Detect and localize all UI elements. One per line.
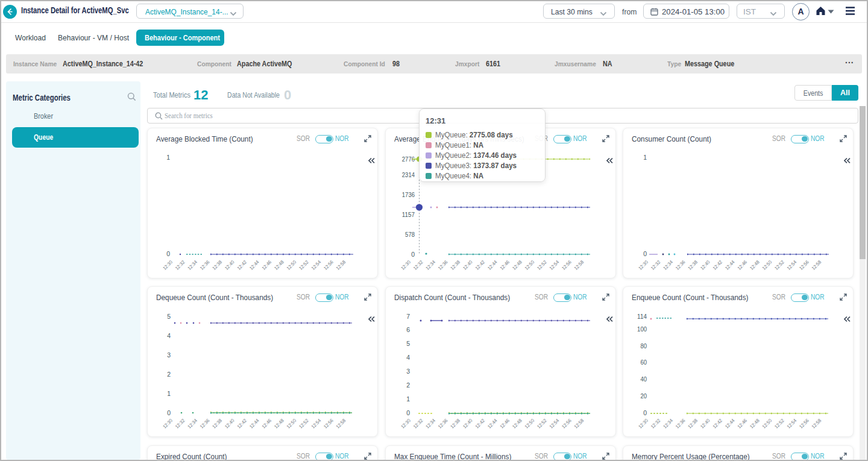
svg-text:12:56: 12:56 xyxy=(322,418,335,430)
svg-text:1736: 1736 xyxy=(402,191,415,198)
svg-text:12:34: 12:34 xyxy=(187,418,199,430)
svg-text:12:54: 12:54 xyxy=(549,418,561,430)
svg-text:12:50: 12:50 xyxy=(286,418,298,430)
svg-text:12:58: 12:58 xyxy=(811,259,823,271)
svg-text:12:30: 12:30 xyxy=(400,259,412,271)
svg-text:114: 114 xyxy=(637,313,647,320)
svg-text:12:34: 12:34 xyxy=(425,418,437,430)
svg-text:12:58: 12:58 xyxy=(811,418,823,430)
svg-text:12:40: 12:40 xyxy=(224,418,236,430)
svg-text:12:46: 12:46 xyxy=(261,259,273,271)
svg-text:12:38: 12:38 xyxy=(687,259,699,271)
svg-text:12:42: 12:42 xyxy=(712,259,724,271)
svg-text:12:30: 12:30 xyxy=(638,418,650,430)
svg-text:12:42: 12:42 xyxy=(236,259,248,271)
svg-text:5: 5 xyxy=(406,340,410,347)
svg-text:12:48: 12:48 xyxy=(749,418,761,430)
svg-text:12:44: 12:44 xyxy=(248,418,260,430)
svg-text:0: 0 xyxy=(643,250,647,257)
svg-text:12:44: 12:44 xyxy=(486,259,498,271)
svg-text:12:58: 12:58 xyxy=(573,259,585,271)
svg-text:12:50: 12:50 xyxy=(761,418,773,430)
svg-text:12:52: 12:52 xyxy=(536,259,548,271)
svg-text:12:42: 12:42 xyxy=(712,418,724,430)
svg-text:1: 1 xyxy=(643,154,647,161)
svg-text:12:50: 12:50 xyxy=(286,259,298,271)
svg-text:12:54: 12:54 xyxy=(786,418,798,430)
svg-text:12:42: 12:42 xyxy=(474,259,486,271)
svg-text:12:46: 12:46 xyxy=(499,418,511,430)
svg-text:12:58: 12:58 xyxy=(335,259,347,271)
svg-text:2314: 2314 xyxy=(402,171,415,178)
svg-text:12:38: 12:38 xyxy=(212,259,224,271)
svg-text:12:40: 12:40 xyxy=(224,259,236,271)
svg-text:12:42: 12:42 xyxy=(474,418,486,430)
svg-text:4: 4 xyxy=(406,354,410,361)
svg-text:12:40: 12:40 xyxy=(699,259,711,271)
svg-text:5: 5 xyxy=(167,313,171,320)
svg-text:12:38: 12:38 xyxy=(687,418,699,430)
svg-text:0: 0 xyxy=(166,250,170,257)
svg-text:12:36: 12:36 xyxy=(199,418,211,430)
svg-text:12:48: 12:48 xyxy=(511,259,523,271)
svg-text:12:46: 12:46 xyxy=(737,259,749,271)
svg-text:12:50: 12:50 xyxy=(524,418,536,430)
svg-text:12:40: 12:40 xyxy=(462,418,474,430)
svg-text:12:46: 12:46 xyxy=(261,418,273,430)
svg-text:12:52: 12:52 xyxy=(773,259,785,271)
svg-text:0: 0 xyxy=(406,409,410,416)
svg-text:12:52: 12:52 xyxy=(298,418,310,430)
svg-text:12:48: 12:48 xyxy=(273,418,285,430)
svg-text:12:32: 12:32 xyxy=(412,418,424,430)
svg-text:100: 100 xyxy=(637,325,647,333)
svg-text:4: 4 xyxy=(167,332,171,339)
svg-text:12:38: 12:38 xyxy=(450,259,462,271)
svg-text:12:54: 12:54 xyxy=(310,259,322,271)
svg-text:40: 40 xyxy=(640,375,647,383)
svg-text:12:56: 12:56 xyxy=(561,418,573,430)
svg-text:7: 7 xyxy=(406,313,410,320)
svg-text:3: 3 xyxy=(406,368,410,375)
svg-text:3: 3 xyxy=(167,351,171,359)
svg-text:12:56: 12:56 xyxy=(561,259,573,271)
svg-text:1: 1 xyxy=(167,390,171,397)
svg-text:12:56: 12:56 xyxy=(798,259,810,271)
svg-text:578: 578 xyxy=(405,231,415,238)
svg-text:0: 0 xyxy=(411,251,415,258)
svg-text:12:44: 12:44 xyxy=(248,259,260,271)
svg-text:12:46: 12:46 xyxy=(737,418,749,430)
svg-text:1: 1 xyxy=(406,395,410,403)
svg-text:12:32: 12:32 xyxy=(650,418,662,430)
svg-text:12:30: 12:30 xyxy=(162,418,174,430)
svg-text:12:46: 12:46 xyxy=(499,259,511,271)
svg-text:12:54: 12:54 xyxy=(549,259,561,271)
svg-text:12:30: 12:30 xyxy=(638,259,650,271)
svg-text:12:40: 12:40 xyxy=(699,418,711,430)
svg-text:2: 2 xyxy=(406,381,410,389)
svg-text:12:48: 12:48 xyxy=(273,259,285,271)
svg-text:6: 6 xyxy=(406,326,410,333)
svg-text:12:48: 12:48 xyxy=(511,418,523,430)
svg-text:12:34: 12:34 xyxy=(187,259,199,271)
svg-text:12:52: 12:52 xyxy=(536,418,548,430)
svg-text:12:56: 12:56 xyxy=(322,259,335,271)
svg-text:12:44: 12:44 xyxy=(724,259,736,271)
svg-text:20: 20 xyxy=(640,392,647,400)
svg-text:12:52: 12:52 xyxy=(773,418,785,430)
svg-text:12:40: 12:40 xyxy=(462,259,474,271)
svg-text:12:44: 12:44 xyxy=(486,418,498,430)
svg-text:12:50: 12:50 xyxy=(761,259,773,271)
svg-text:80: 80 xyxy=(640,342,647,350)
svg-text:12:36: 12:36 xyxy=(199,259,211,271)
svg-text:12:36: 12:36 xyxy=(437,418,449,430)
svg-text:12:36: 12:36 xyxy=(675,418,687,430)
svg-text:12:56: 12:56 xyxy=(798,418,810,430)
svg-text:0: 0 xyxy=(643,409,647,416)
svg-text:12:58: 12:58 xyxy=(335,418,347,430)
svg-text:12:38: 12:38 xyxy=(212,418,224,430)
svg-text:12:38: 12:38 xyxy=(450,418,462,430)
svg-text:12:36: 12:36 xyxy=(675,259,687,271)
svg-text:12:44: 12:44 xyxy=(724,418,736,430)
svg-text:2: 2 xyxy=(167,371,171,378)
svg-text:0: 0 xyxy=(167,409,171,416)
